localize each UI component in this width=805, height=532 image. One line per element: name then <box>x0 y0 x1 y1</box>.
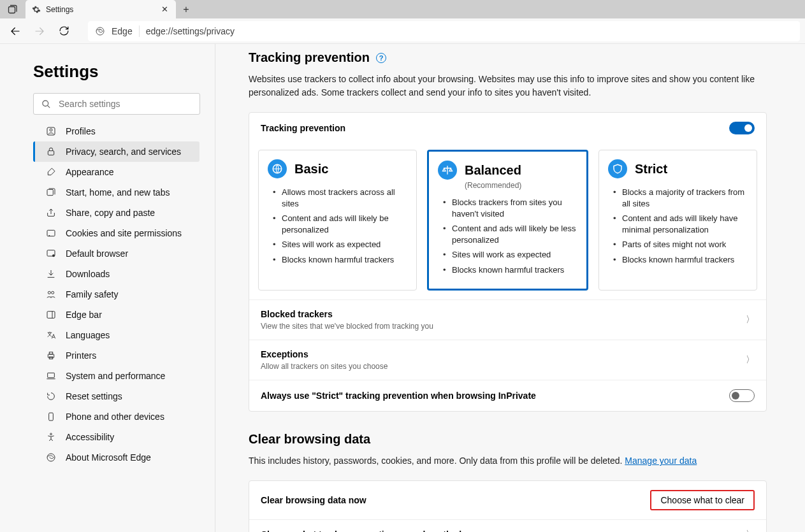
card-point: Blocks known harmful trackers <box>443 262 577 278</box>
strict-inprivate-row: Always use "Strict" tracking prevention … <box>249 380 766 411</box>
strict-inprivate-label: Always use "Strict" tracking prevention … <box>261 391 536 401</box>
sidebar-item-family[interactable]: Family safety <box>33 284 199 305</box>
forward-button[interactable] <box>29 21 50 41</box>
content: Tracking prevention ? Websites use track… <box>215 44 805 532</box>
card-point: Blocks known harmful trackers <box>613 252 748 268</box>
card-title: Balanced <box>465 163 521 178</box>
card-point: Sites will work as expected <box>443 247 577 262</box>
nav-label: Accessibility <box>66 432 114 442</box>
close-icon[interactable]: ✕ <box>159 4 170 15</box>
blocked-label: Blocked trackers <box>261 309 433 319</box>
sidebar-item-share[interactable]: Share, copy and paste <box>33 203 199 223</box>
card-point: Allows most trackers across all sites <box>273 185 407 211</box>
tracking-heading-text: Tracking prevention <box>249 50 370 65</box>
sidebar-item-cookies[interactable]: Cookies and site permissions <box>33 223 199 243</box>
main: Settings Profiles Privacy, search, and s… <box>0 44 805 532</box>
card-point: Blocks a majority of trackers from all s… <box>613 185 748 211</box>
blocked-trackers-row[interactable]: Blocked trackers View the sites that we'… <box>249 299 766 340</box>
nav-label: Profiles <box>66 126 96 136</box>
nav-label: Start, home, and new tabs <box>66 187 170 198</box>
clear-now-row: Clear browsing data now Choose what to c… <box>249 481 766 519</box>
tracking-card-balanced[interactable]: Balanced (Recommended) Blocks trackers f… <box>427 150 588 291</box>
sidebar-item-privacy[interactable]: Privacy, search, and services <box>33 141 199 162</box>
printer-icon <box>45 350 57 361</box>
lock-icon <box>45 146 57 157</box>
globe-icon <box>268 159 287 178</box>
svg-point-2 <box>43 100 48 106</box>
address-bar[interactable]: Edge edge://settings/privacy <box>88 21 800 41</box>
sidebar-item-system[interactable]: System and performance <box>33 366 199 386</box>
sidebar-item-languages[interactable]: Languages <box>33 325 199 345</box>
sidebar-item-appearance[interactable]: Appearance <box>33 162 199 182</box>
clear-onclose-row[interactable]: Choose what to clear every time you clos… <box>249 519 766 532</box>
sidebar-item-phone[interactable]: Phone and other devices <box>33 406 199 427</box>
reset-icon <box>45 391 57 402</box>
card-point: Content and ads will likely have minimal… <box>613 211 748 237</box>
card-title: Strict <box>635 162 667 176</box>
help-icon[interactable]: ? <box>376 53 386 63</box>
nav-label: Share, copy and paste <box>66 208 155 218</box>
chevron-right-icon: 〉 <box>746 529 755 532</box>
nav-label: Appearance <box>66 167 114 177</box>
sidebar-item-downloads[interactable]: Downloads <box>33 264 199 284</box>
tracking-cards: Basic Allows most trackers across all si… <box>249 143 766 299</box>
svg-point-12 <box>48 291 50 294</box>
sidebar-item-printers[interactable]: Printers <box>33 345 199 366</box>
card-point: Content and ads will likely be less pers… <box>443 221 577 247</box>
sidebar-item-reset[interactable]: Reset settings <box>33 386 199 406</box>
sidebar-item-about[interactable]: About Microsoft Edge <box>33 447 199 468</box>
sidebar-item-profiles[interactable]: Profiles <box>33 121 199 141</box>
tracking-heading: Tracking prevention ? <box>249 50 767 65</box>
search-input-wrapper[interactable] <box>33 93 200 115</box>
cookie-icon <box>45 227 57 239</box>
edge-icon <box>45 452 57 463</box>
accessibility-icon <box>45 431 57 443</box>
chevron-right-icon: 〉 <box>746 354 755 366</box>
sidebar-item-start[interactable]: Start, home, and new tabs <box>33 182 199 203</box>
nav-label: Family safety <box>66 289 118 299</box>
address-app-label: Edge <box>112 26 133 36</box>
sidebar-item-default-browser[interactable]: Default browser <box>33 243 199 264</box>
arrow-right-icon <box>34 25 45 37</box>
svg-point-11 <box>52 254 55 257</box>
search-icon <box>41 99 51 109</box>
tracking-desc: Websites use trackers to collect info ab… <box>249 73 758 99</box>
nav-label: Privacy, search, and services <box>66 147 181 157</box>
share-icon <box>45 207 57 219</box>
strict-inprivate-toggle[interactable] <box>729 389 755 402</box>
tabs-icon <box>45 187 57 198</box>
tab-actions-button[interactable] <box>0 0 25 18</box>
svg-rect-16 <box>48 354 54 357</box>
clear-desc-text: This includes history, passwords, cookie… <box>249 456 625 466</box>
svg-point-5 <box>50 129 52 131</box>
card-title: Basic <box>294 162 328 176</box>
search-input[interactable] <box>59 99 192 109</box>
browser-icon <box>45 248 57 259</box>
new-tab-button[interactable]: + <box>176 0 196 18</box>
back-button[interactable] <box>5 21 25 41</box>
tracking-card-basic[interactable]: Basic Allows most trackers across all si… <box>258 150 417 291</box>
exceptions-row[interactable]: Exceptions Allow all trackers on sites y… <box>249 340 766 380</box>
manage-data-link[interactable]: Manage your data <box>625 456 697 466</box>
tab-bar: Settings ✕ + <box>0 0 805 18</box>
tracking-toggle[interactable] <box>729 122 755 134</box>
sidebar: Settings Profiles Privacy, search, and s… <box>0 44 215 532</box>
svg-point-22 <box>50 433 52 435</box>
svg-rect-21 <box>49 413 54 421</box>
sidebar-item-accessibility[interactable]: Accessibility <box>33 427 199 447</box>
tracking-panel: Tracking prevention Basic Allows most tr… <box>249 112 767 412</box>
nav-label: About Microsoft Edge <box>66 452 151 463</box>
nav-label: Cookies and site permissions <box>66 228 182 238</box>
tabs-icon <box>8 4 18 15</box>
choose-what-to-clear-button[interactable]: Choose what to clear <box>650 490 755 510</box>
clear-onclose-label: Choose what to clear every time you clos… <box>261 529 494 532</box>
refresh-button[interactable] <box>54 21 74 41</box>
tracking-card-strict[interactable]: Strict Blocks a majority of trackers fro… <box>598 150 757 291</box>
sidebar-item-edgebar[interactable]: Edge bar <box>33 305 199 325</box>
card-point: Blocks trackers from sites you haven't v… <box>443 195 577 221</box>
tracking-toggle-row: Tracking prevention <box>249 113 766 143</box>
tab-settings[interactable]: Settings ✕ <box>25 0 176 18</box>
tab-title: Settings <box>46 5 154 14</box>
svg-point-9 <box>48 235 50 236</box>
exceptions-sub: Allow all trackers on sites you choose <box>261 362 388 371</box>
